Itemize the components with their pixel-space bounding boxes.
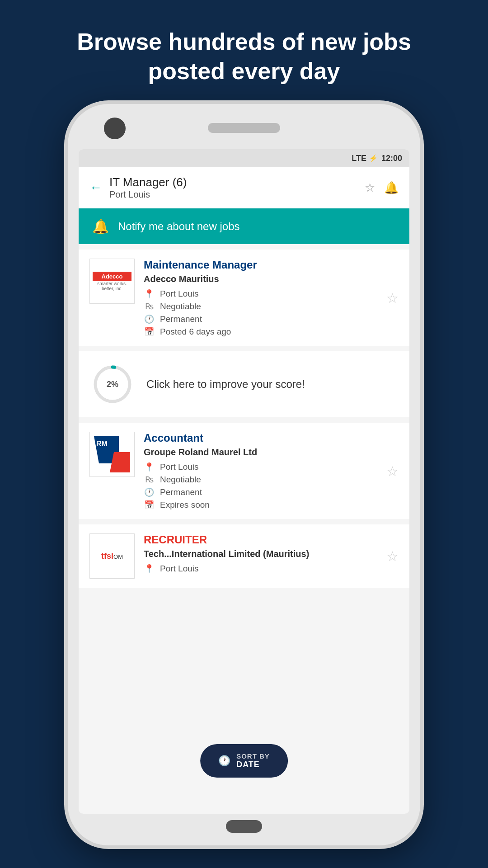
job1-star-button[interactable]: ☆ (386, 290, 399, 306)
job1-location: 📍 Port Louis (144, 289, 399, 299)
notify-label: Notify me about new jobs (118, 220, 239, 233)
clock: 12:00 (381, 154, 402, 163)
job-card-2[interactable]: RM Accountant Groupe Roland Maurel Ltd 📍… (79, 423, 409, 519)
location-icon-3: 📍 (144, 564, 155, 574)
job1-meta: 📍 Port Louis ₨ Negotiable 🕐 Permanent 📅 … (144, 289, 399, 337)
adecco-brand: Adecco (93, 272, 131, 281)
job2-meta: 📍 Port Louis ₨ Negotiable 🕐 Permanent 📅 … (144, 462, 399, 510)
job-search-location: Port Louis (109, 189, 357, 200)
clock-icon-2: 🕐 (144, 487, 155, 497)
status-icons: LTE ⚡ (352, 154, 378, 163)
status-bar: LTE ⚡ 12:00 (79, 149, 409, 167)
job3-star-button[interactable]: ☆ (386, 548, 399, 564)
page-header: Browse hundreds of new jobs posted every… (0, 0, 488, 104)
salary-icon: ₨ (144, 302, 155, 311)
job2-company: Groupe Roland Maurel Ltd (144, 447, 399, 458)
job2-star-button[interactable]: ☆ (386, 463, 399, 479)
score-percent: 2% (107, 380, 118, 389)
tfsi-text: tfsiOM (101, 552, 123, 561)
job1-info: Maintenance Manager Adecco Mauritius 📍 P… (144, 259, 399, 337)
sort-clock-icon: 🕐 (218, 755, 231, 767)
rm-letters: RM (96, 440, 108, 448)
sort-by-label: SORT BY (236, 752, 270, 760)
job2-type: 🕐 Permanent (144, 487, 399, 497)
network-indicator: LTE (352, 154, 366, 163)
job2-expires: 📅 Expires soon (144, 500, 399, 510)
phone-camera (104, 118, 126, 139)
phone-speaker (208, 123, 280, 133)
job3-title: RECRUITER (144, 533, 399, 546)
job2-salary: ₨ Negotiable (144, 475, 399, 485)
phone-screen: LTE ⚡ 12:00 ← IT Manager (6) Port Louis … (79, 149, 409, 814)
job2-title: Accountant (144, 432, 399, 444)
battery-icon: ⚡ (369, 154, 378, 162)
sort-labels: SORT BY DATE (236, 752, 270, 769)
job3-meta: 📍 Port Louis (144, 564, 399, 574)
job1-type: 🕐 Permanent (144, 314, 399, 324)
job1-company: Adecco Mauritius (144, 274, 399, 284)
job2-location: 📍 Port Louis (144, 462, 399, 472)
header-title-section: IT Manager (6) Port Louis (109, 175, 357, 200)
company-logo-tfsi: tfsiOM (89, 533, 135, 579)
notification-icon[interactable]: 🔔 (384, 181, 399, 195)
job3-location: 📍 Port Louis (144, 564, 399, 574)
score-label: Click here to improve your score! (146, 378, 396, 391)
job1-posted: 📅 Posted 6 days ago (144, 327, 399, 337)
job1-title: Maintenance Manager (144, 259, 399, 271)
app-header: ← IT Manager (6) Port Louis ☆ 🔔 (79, 167, 409, 208)
phone-shell: LTE ⚡ 12:00 ← IT Manager (6) Port Louis … (68, 104, 420, 845)
calendar-icon-2: 📅 (144, 500, 155, 510)
job3-info: RECRUITER Tech...International Limited (… (144, 533, 399, 579)
job-search-title: IT Manager (6) (109, 175, 357, 189)
back-button[interactable]: ← (89, 180, 102, 195)
location-icon-2: 📍 (144, 462, 155, 472)
job-card-3[interactable]: tfsiOM RECRUITER Tech...International Li… (79, 524, 409, 588)
calendar-icon: 📅 (144, 327, 155, 337)
sort-button[interactable]: 🕐 SORT BY DATE (200, 744, 288, 778)
job2-info: Accountant Groupe Roland Maurel Ltd 📍 Po… (144, 432, 399, 510)
job3-company: Tech...International Limited (Mauritius) (144, 549, 399, 559)
page-background: Browse hundreds of new jobs posted every… (0, 0, 488, 104)
header-actions: ☆ 🔔 (365, 181, 399, 195)
score-card[interactable]: 2% Click here to improve your score! (79, 351, 409, 417)
company-logo-adecco: Adecco smarter works. better, inc. (89, 259, 135, 304)
company-logo-rm: RM (89, 432, 135, 477)
job-card-1[interactable]: Adecco smarter works. better, inc. Maint… (79, 250, 409, 346)
salary-icon-2: ₨ (144, 475, 155, 485)
adecco-tagline: smarter works. better, inc. (93, 281, 131, 291)
notify-banner[interactable]: 🔔 Notify me about new jobs (79, 208, 409, 244)
sort-by-value: DATE (236, 760, 270, 769)
bookmark-icon[interactable]: ☆ (365, 181, 375, 195)
notify-bell-icon: 🔔 (92, 218, 109, 234)
phone-home-btn (226, 820, 262, 833)
job1-salary: ₨ Negotiable (144, 302, 399, 311)
location-icon: 📍 (144, 289, 155, 299)
score-circle: 2% (92, 364, 133, 405)
clock-icon: 🕐 (144, 314, 155, 324)
